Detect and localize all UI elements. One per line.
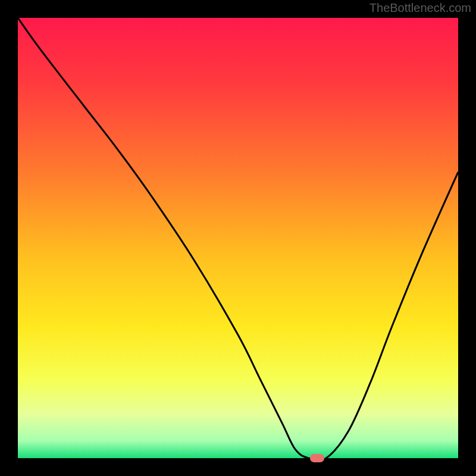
watermark-text: TheBottleneck.com: [369, 1, 471, 15]
bottleneck-chart: [18, 18, 458, 458]
optimal-marker: [310, 454, 324, 462]
chart-frame: TheBottleneck.com: [0, 0, 476, 476]
gradient-background: [18, 18, 458, 458]
